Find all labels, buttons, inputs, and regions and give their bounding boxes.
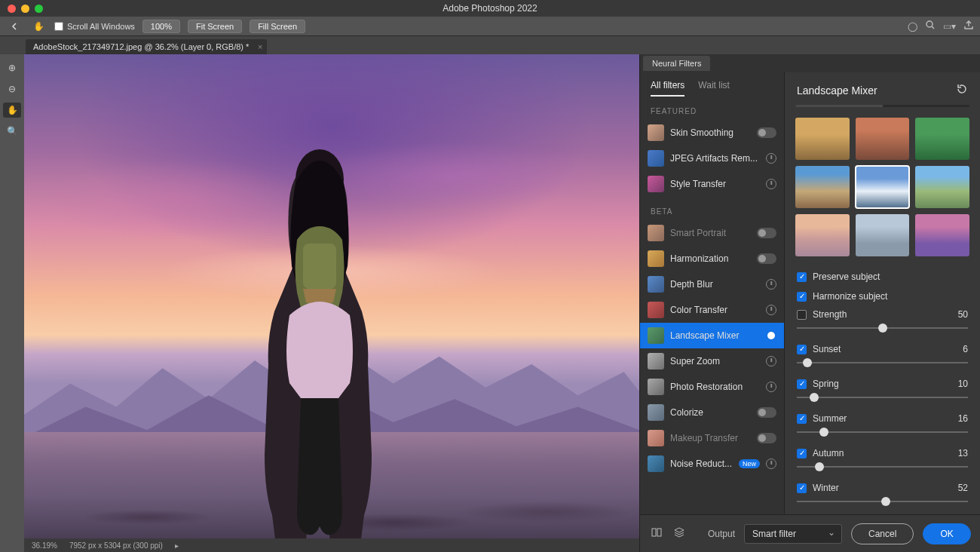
slider-checkbox[interactable] (797, 310, 807, 320)
slider-checkbox[interactable] (797, 449, 807, 458)
preset-thumb[interactable] (856, 214, 910, 256)
slider-value: 6 (963, 344, 968, 354)
filter-toggle[interactable] (757, 127, 776, 138)
slider-thumb[interactable] (810, 393, 819, 402)
slider-track[interactable] (797, 357, 968, 368)
fit-screen-button[interactable]: Fit Screen (188, 20, 242, 33)
filter-row[interactable]: Depth Blur (640, 271, 784, 297)
options-bar: ✋ Scroll All Windows 100% Fit Screen Fil… (0, 17, 980, 36)
slider-thumb[interactable] (881, 497, 890, 506)
output-select[interactable]: Smart filter (744, 524, 842, 544)
filter-row[interactable]: Style Transfer (640, 171, 784, 197)
close-window-icon[interactable] (8, 5, 16, 13)
slider-checkbox[interactable] (797, 345, 807, 354)
download-icon[interactable] (766, 305, 776, 315)
workspace-icon[interactable]: ▭▾ (943, 21, 956, 32)
filter-toggle[interactable] (757, 407, 776, 418)
filter-row[interactable]: Photo Restoration (640, 374, 784, 400)
download-icon[interactable] (766, 153, 776, 164)
filter-row[interactable]: Landscape Mixer (640, 323, 784, 348)
slider-track[interactable] (797, 496, 968, 507)
preset-thumb[interactable] (915, 214, 969, 256)
slider-checkbox[interactable] (797, 414, 807, 424)
document-tab[interactable]: AdobeStock_217349712.jpeg @ 36.2% (Layer… (26, 39, 267, 54)
filter-thumb-icon (648, 327, 664, 344)
svg-rect-4 (657, 529, 661, 536)
slider-checkbox[interactable] (797, 483, 807, 493)
status-zoom: 36.19% (32, 541, 57, 550)
slider-thumb[interactable] (815, 462, 824, 471)
maximize-window-icon[interactable] (35, 5, 43, 13)
document-tab-row: AdobeStock_217349712.jpeg @ 36.2% (Layer… (0, 36, 980, 54)
slider-label: Strength (813, 309, 847, 320)
tab-wait-list[interactable]: Wait list (698, 80, 730, 97)
filter-thumb-icon (648, 276, 664, 293)
filter-row[interactable]: Noise Reduct...New (640, 451, 784, 477)
preset-thumb-selected[interactable] (856, 166, 910, 208)
status-chevron-icon[interactable]: ▸ (175, 541, 179, 550)
preset-thumb[interactable] (795, 214, 850, 256)
preset-thumb[interactable] (915, 166, 969, 208)
harmonize-subject-checkbox[interactable]: Harmonize subject (785, 287, 980, 306)
slider-label: Sunset (813, 344, 841, 354)
filter-row[interactable]: Color Transfer (640, 297, 784, 323)
download-icon[interactable] (766, 356, 776, 366)
slider-label: Spring (813, 379, 839, 389)
filter-row[interactable]: Skin Smoothing (640, 120, 784, 146)
zoom-100-button[interactable]: 100% (142, 20, 180, 33)
preset-thumb[interactable] (856, 118, 910, 160)
hand-tool-icon[interactable]: ✋ (3, 103, 21, 118)
slider-checkbox[interactable] (797, 379, 807, 389)
zoom-in-tool-icon[interactable]: ⊕ (3, 60, 21, 75)
download-icon[interactable] (766, 458, 776, 469)
filter-row[interactable]: Colorize (640, 400, 784, 425)
filter-toggle[interactable] (757, 253, 776, 264)
filter-row[interactable]: JPEG Artifacts Rem... (640, 146, 784, 171)
download-icon[interactable] (766, 279, 776, 290)
filter-thumb-icon (648, 353, 664, 370)
tab-all-filters[interactable]: All filters (651, 80, 684, 97)
preview-toggle-icon[interactable] (651, 526, 663, 541)
minimize-window-icon[interactable] (21, 5, 29, 13)
filter-thumb-icon (648, 302, 664, 318)
slider-track[interactable] (797, 427, 968, 437)
canvas[interactable] (24, 54, 639, 538)
slider-thumb[interactable] (819, 428, 828, 437)
preset-thumb[interactable] (915, 118, 969, 160)
slider-track[interactable] (797, 323, 968, 333)
filter-toggle[interactable] (757, 433, 776, 443)
neural-filters-panel-tab[interactable]: Neural Filters (643, 56, 710, 71)
zoom-tool-icon[interactable]: 🔍 (3, 124, 21, 139)
filter-row[interactable]: Harmonization (640, 246, 784, 271)
slider-thumb[interactable] (803, 358, 812, 367)
scroll-all-windows-checkbox[interactable]: Scroll All Windows (54, 22, 135, 31)
search-icon[interactable] (925, 20, 936, 32)
slider-thumb[interactable] (878, 324, 887, 333)
cloud-docs-icon[interactable]: ◯ (908, 21, 917, 32)
section-featured: FEATURED (640, 97, 784, 120)
filter-row[interactable]: Makeup Transfer (640, 425, 784, 451)
filter-name: Colorize (670, 407, 751, 418)
layers-icon[interactable] (673, 526, 685, 541)
filter-toggle[interactable] (757, 228, 776, 238)
filter-row[interactable]: Super Zoom (640, 348, 784, 374)
share-icon[interactable] (963, 20, 974, 32)
filter-toggle[interactable] (757, 330, 776, 341)
preserve-subject-checkbox[interactable]: Preserve subject (785, 267, 980, 287)
back-button[interactable] (6, 18, 23, 35)
download-icon[interactable] (766, 382, 776, 392)
ok-button[interactable]: OK (923, 523, 970, 544)
hand-tool-icon[interactable]: ✋ (30, 18, 47, 35)
cancel-button[interactable]: Cancel (851, 523, 914, 544)
preset-thumb[interactable] (795, 166, 850, 208)
close-tab-icon[interactable]: × (258, 42, 262, 51)
preset-thumb[interactable] (795, 118, 850, 160)
filter-row[interactable]: Smart Portrait (640, 220, 784, 246)
slider-track[interactable] (797, 462, 968, 472)
fill-screen-button[interactable]: Fill Screen (250, 20, 305, 33)
download-icon[interactable] (766, 179, 776, 189)
filter-thumb-icon (648, 225, 664, 241)
reset-icon[interactable] (956, 83, 968, 97)
slider-track[interactable] (797, 392, 968, 403)
zoom-out-tool-icon[interactable]: ⊖ (3, 81, 21, 97)
